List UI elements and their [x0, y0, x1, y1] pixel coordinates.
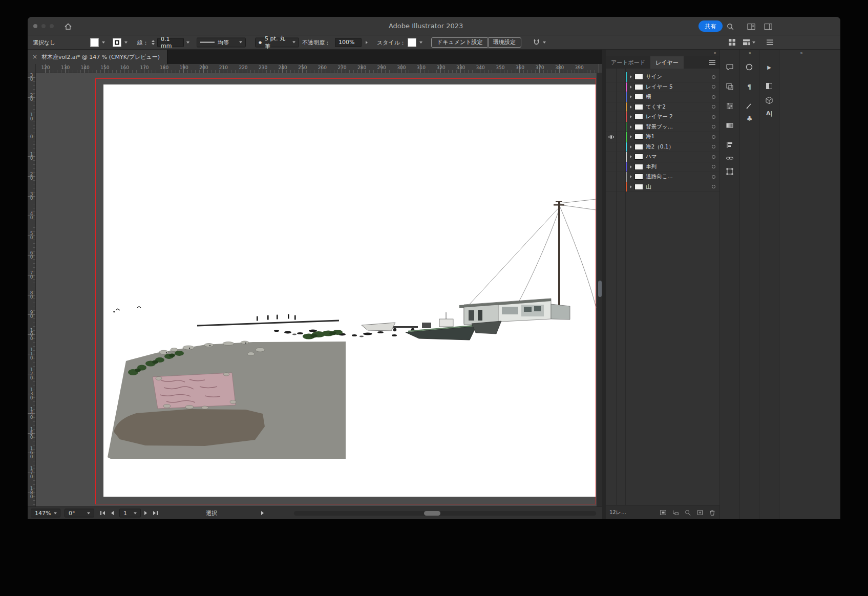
panel-tab[interactable]: レイヤー: [650, 56, 684, 69]
stroke-profile-dropdown[interactable]: 均等: [197, 37, 246, 47]
horizontal-ruler[interactable]: 1201301401501601701801902002102202302402…: [36, 64, 602, 73]
layer-name[interactable]: レイヤー 5: [646, 83, 707, 91]
paragraph-icon[interactable]: ¶: [744, 81, 754, 92]
lock-toggle[interactable]: [616, 122, 625, 132]
snap-options-icon[interactable]: [532, 38, 541, 47]
canvas[interactable]: [36, 73, 597, 506]
comment-icon[interactable]: [725, 62, 735, 72]
close-tab-icon[interactable]: ×: [32, 54, 37, 60]
stroke-weight-stepper[interactable]: [152, 40, 155, 45]
layout-panel-icon[interactable]: [764, 22, 772, 31]
delete-layer-icon[interactable]: [708, 508, 716, 516]
layer-target-icon[interactable]: [707, 115, 719, 119]
expand-layer-icon[interactable]: [627, 145, 634, 148]
opacity-chevron-icon[interactable]: [366, 41, 368, 44]
snap-chevron-icon[interactable]: [543, 41, 546, 44]
lock-toggle[interactable]: [616, 132, 625, 142]
expand-layer-icon[interactable]: [627, 185, 634, 188]
layer-target-icon[interactable]: [707, 155, 719, 159]
layer-row[interactable]: 車列: [606, 162, 719, 173]
workspace-panel-icon[interactable]: [747, 22, 755, 31]
layer-thumbnail[interactable]: [634, 94, 643, 100]
panel-menu-icon[interactable]: [709, 59, 716, 66]
layer-target-icon[interactable]: [707, 185, 719, 188]
layer-row[interactable]: レイヤー 2: [606, 112, 719, 122]
gradient-icon[interactable]: [725, 120, 735, 131]
lock-toggle[interactable]: [616, 162, 625, 172]
visibility-toggle[interactable]: [606, 152, 616, 162]
expand-layer-icon[interactable]: [627, 155, 634, 158]
layer-thumbnail[interactable]: [634, 84, 643, 90]
ruler-origin[interactable]: [28, 64, 36, 73]
lock-toggle[interactable]: [616, 172, 625, 182]
layer-name[interactable]: 柵: [646, 93, 707, 100]
layer-target-icon[interactable]: [707, 125, 719, 129]
visibility-toggle[interactable]: [606, 142, 616, 152]
expand-layer-icon[interactable]: [627, 175, 634, 178]
layer-thumbnail[interactable]: [634, 154, 643, 160]
lock-toggle[interactable]: [616, 182, 625, 192]
layer-row[interactable]: ハマ: [606, 152, 719, 162]
style-swatch[interactable]: [408, 38, 416, 47]
artboard-number-field[interactable]: 1: [119, 509, 141, 518]
layer-thumbnail[interactable]: [634, 164, 643, 170]
preferences-button[interactable]: 環境設定: [488, 37, 521, 48]
stroke-swatch[interactable]: [113, 38, 121, 47]
last-artboard-button[interactable]: [153, 511, 158, 515]
visibility-toggle[interactable]: [606, 112, 616, 122]
stroke-chevron-icon[interactable]: [124, 41, 128, 44]
layer-row[interactable]: 山: [606, 182, 719, 193]
layer-target-icon[interactable]: [707, 75, 719, 79]
fill-swatch[interactable]: [90, 38, 99, 47]
share-button[interactable]: 共有: [698, 20, 723, 32]
layer-row[interactable]: サイン: [606, 72, 719, 82]
layer-row[interactable]: レイヤー 5: [606, 82, 719, 93]
lock-toggle[interactable]: [616, 92, 625, 102]
layer-row[interactable]: てくす2: [606, 102, 719, 113]
vertical-ruler[interactable]: 3 02 01 001 02 03 04 05 06 07 08 09 01 0…: [28, 73, 36, 506]
new-sublayer-icon[interactable]: [671, 508, 679, 516]
layer-thumbnail[interactable]: [634, 114, 643, 120]
fill-chevron-icon[interactable]: [102, 41, 105, 44]
layer-target-icon[interactable]: [707, 85, 719, 89]
lock-toggle[interactable]: [616, 102, 625, 112]
expand-layer-icon[interactable]: [627, 125, 634, 129]
layer-row[interactable]: 道路向こ…: [606, 172, 719, 182]
lock-toggle[interactable]: [616, 82, 625, 92]
layer-name[interactable]: レイヤー 2: [646, 113, 707, 120]
layer-thumbnail[interactable]: [634, 174, 643, 180]
layer-name[interactable]: 車列: [646, 163, 707, 171]
horizontal-scroll-thumb[interactable]: [424, 511, 440, 516]
expand-layer-icon[interactable]: [627, 105, 634, 109]
visibility-toggle[interactable]: [606, 72, 616, 82]
visibility-toggle[interactable]: [606, 172, 616, 182]
status-expand-icon[interactable]: [261, 511, 264, 515]
new-layer-icon[interactable]: [696, 508, 704, 516]
stock-icon[interactable]: [744, 62, 754, 72]
layer-row[interactable]: 海1: [606, 132, 719, 142]
properties-icon[interactable]: [725, 101, 735, 111]
layer-target-icon[interactable]: [707, 165, 719, 168]
rotation-field[interactable]: 0°: [65, 509, 94, 518]
document-tab[interactable]: × 材木座vol2.ai* @ 147 % (CMYK/プレビュー): [28, 50, 167, 64]
layer-target-icon[interactable]: [707, 175, 719, 179]
visibility-toggle[interactable]: [606, 82, 616, 92]
expand-layer-icon[interactable]: [627, 165, 634, 168]
vertical-scroll-thumb[interactable]: [598, 281, 602, 297]
vertical-scrollbar[interactable]: [597, 73, 602, 506]
symbols-icon[interactable]: ♣: [744, 113, 754, 123]
expand-layer-icon[interactable]: [627, 95, 634, 98]
dock-divider[interactable]: [602, 50, 606, 519]
stroke-weight-field[interactable]: 0.1 mm: [157, 38, 184, 47]
layer-thumbnail[interactable]: [634, 144, 643, 150]
opacity-field[interactable]: 100%: [335, 38, 362, 47]
expand-panel-icon[interactable]: »: [713, 50, 716, 55]
transform-icon[interactable]: [725, 166, 735, 177]
panel-tab[interactable]: アートボード: [606, 56, 650, 69]
collapse-dock-icon[interactable]: «: [748, 50, 751, 55]
brush-icon[interactable]: [744, 101, 754, 111]
artwork-illustration[interactable]: [36, 73, 597, 506]
next-artboard-button[interactable]: [144, 511, 147, 515]
search-icon[interactable]: [726, 22, 734, 31]
link-icon[interactable]: [725, 153, 735, 163]
